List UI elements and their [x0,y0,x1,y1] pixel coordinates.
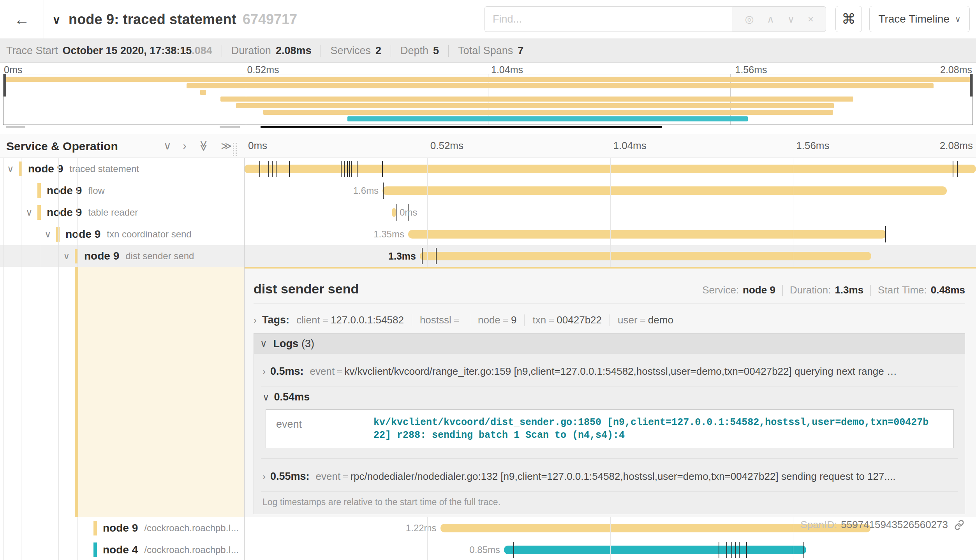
span-bar[interactable] [504,546,806,554]
span-detail-highlight [78,267,244,517]
meta-label: Service: [702,284,739,296]
trace-minimap: 0ms0.52ms1.04ms1.56ms2.08ms [0,63,976,134]
span-row[interactable]: node 9flow1.6ms [0,180,976,202]
span-id-row: SpanID: 5597415943526560273 [254,519,965,531]
meta-label: Duration: [790,284,831,296]
view-selector-button[interactable]: Trace Timeline ∨ [869,6,970,32]
span-row[interactable]: ∨node 9txn coordinator send1.35ms [0,223,976,245]
timeline-column-header: Service & Operation ∨›≫≫ 0ms0.52ms1.04ms… [0,134,976,158]
chevron-down-icon[interactable]: ∨ [26,207,33,218]
back-arrow-icon: ← [14,11,30,28]
summary-separator [391,45,391,57]
tree-timeline-divider[interactable] [244,134,245,560]
service-color-bar [93,542,97,557]
chevron-down-icon[interactable]: ∨ [52,13,61,26]
span-event-tick [383,183,384,199]
log-entry-header[interactable]: ∨0.54ms [262,391,956,403]
link-icon[interactable] [953,519,965,531]
operation-name: dist sender send [125,251,194,262]
span-name-group: node 9txn coordinator send [65,223,192,245]
find-nav-controls: ◎∧∨× [733,6,826,32]
logs-header[interactable]: ∨ Logs (3) [254,334,965,354]
span-event-tick [739,542,740,558]
service-name: node 9 [103,522,138,534]
meta-value: 0.48ms [931,284,965,296]
minimap-span-bar [187,83,934,88]
minimap-span-bar [347,116,748,121]
span-name-group: node 4/cockroach.roachpb.I... [103,539,239,560]
chevron-down-icon: ∨ [262,392,270,403]
tag-value: 127.0.0.1:54582 [331,314,404,326]
collapse-all-icon[interactable]: ≫ [197,140,210,151]
minimap-span-bar [263,110,833,115]
span-rows-top: ∨node 9traced statementnode 9flow1.6ms∨n… [0,158,976,267]
service-name: node 4 [103,544,138,556]
collapse-one-icon[interactable]: ∨ [164,140,171,152]
span-logs-box: ∨ Logs (3) ›0.5ms:event=kv/kvclient/kvco… [254,333,965,514]
span-tags-row[interactable]: ›Tags:client=127.0.0.1:54582hostssl=node… [254,314,965,326]
logs-footnote: Log timestamps are relative to the start… [261,492,958,514]
service-name: node 9 [84,250,119,262]
clear-icon[interactable]: × [808,13,814,25]
chevron-right-icon[interactable]: › [254,315,257,326]
service-name: node 9 [65,228,100,241]
span-bar[interactable] [420,252,871,260]
span-row[interactable]: ∨node 9dist sender send1.3ms [0,245,976,267]
span-bar-cell [244,158,976,180]
chevron-down-icon[interactable]: ∨ [44,229,51,240]
service-color-bar [56,227,60,242]
ruler-tick-label: 0ms [248,140,267,152]
span-bar[interactable] [408,230,886,239]
log-value-mono: kv/kvclient/kvcoord/dist_sender.go:1850 … [373,416,930,442]
span-row[interactable]: node 4/cockroach.roachpb.I...0.85ms [0,539,976,560]
span-event-tick [347,161,348,177]
log-equals: = [342,470,348,483]
span-event-tick [344,161,345,177]
span-name-group: node 9table reader [47,202,138,223]
span-row[interactable]: ∨node 9traced statement [0,158,976,180]
span-row[interactable]: ∨node 9table reader0ms [0,202,976,223]
timeline-ruler: 0ms0.52ms1.04ms1.56ms2.08ms [244,134,976,158]
span-bar[interactable] [392,208,396,217]
span-detail-title: dist sender send [254,281,359,297]
log-entry[interactable]: ›0.5ms:event=kv/kvclient/kvcoord/range_i… [261,354,958,386]
service-operation-header: Service & Operation [6,140,118,153]
span-detail-row: dist sender send Service:node 9Duration:… [0,267,976,517]
span-event-tick [885,226,886,242]
minimap-canvas[interactable] [3,74,973,125]
span-bar[interactable] [382,186,947,195]
log-key: event [276,416,373,442]
locate-icon[interactable]: ◎ [745,13,754,25]
service-name: node 9 [47,206,82,219]
view-selector-label: Trace Timeline [878,13,950,25]
minimap-right-handle[interactable] [970,74,972,97]
expand-all-icon[interactable]: ≫ [221,140,232,152]
span-tree-cell: node 4/cockroach.roachpb.I... [0,539,244,560]
chevron-down-icon[interactable]: ∨ [7,163,14,174]
chevron-down-icon[interactable]: ∨ [63,251,70,262]
find-input[interactable] [484,6,733,32]
back-button[interactable]: ← [0,0,44,39]
service-color-bar [75,249,78,263]
span-bar[interactable] [244,165,976,173]
ruler-tick-label: 1.56ms [796,140,829,152]
tag-separator [610,314,610,326]
tag-separator [524,314,525,326]
minimap-scrollbar[interactable] [261,126,662,128]
logs-count: (3) [301,338,314,350]
next-result-icon[interactable]: ∨ [787,13,795,25]
log-entry[interactable]: ›0.55ms:event=rpc/nodedialer/nodedialer.… [261,459,958,492]
prev-result-icon[interactable]: ∧ [767,13,774,25]
minimap-left-handle[interactable] [4,74,6,97]
summary-separator [448,45,449,57]
span-tree-cell: ∨node 9traced statement [0,158,244,180]
keyboard-shortcuts-button[interactable]: ⌘ [835,6,862,32]
log-timestamp: 0.54ms [274,391,310,403]
span-event-tick [719,542,719,558]
tag-equals: = [454,314,460,326]
span-detail-meta: Service:node 9Duration:1.3msStart Time:0… [702,284,965,296]
logs-title: Logs [273,338,299,350]
span-event-tick [349,161,350,177]
expand-one-icon[interactable]: › [183,140,187,152]
column-resize-handle[interactable] [233,143,237,156]
